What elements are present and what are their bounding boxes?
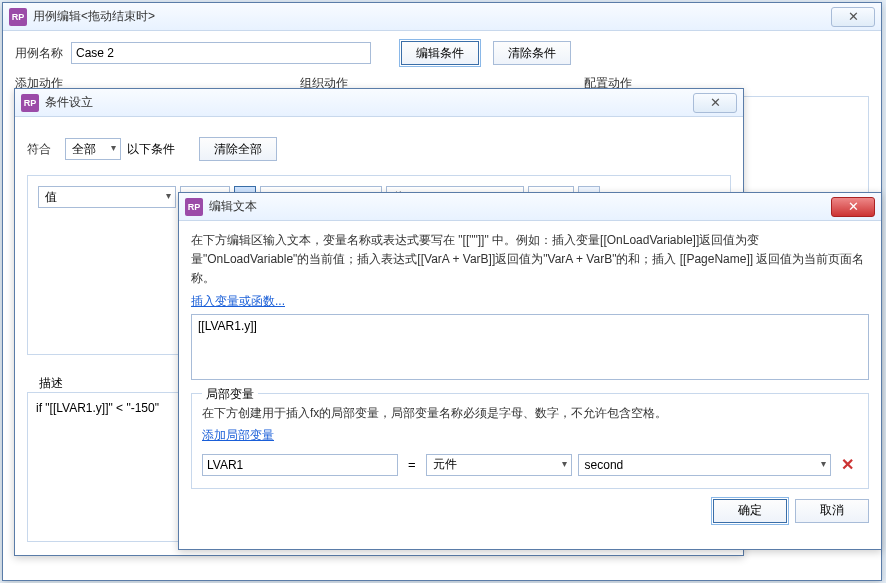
win3-title: 编辑文本 (209, 198, 831, 215)
cancel-button[interactable]: 取消 (795, 499, 869, 523)
match-select[interactable]: 全部 (65, 138, 121, 160)
insert-variable-link[interactable]: 插入变量或函数... (191, 294, 285, 308)
clear-condition-button[interactable]: 清除条件 (493, 41, 571, 65)
lvar-name-input[interactable] (202, 454, 398, 476)
rp-icon: RP (9, 8, 27, 26)
local-vars-help: 在下方创建用于插入fx的局部变量，局部变量名称必须是字母、数字，不允许包含空格。 (202, 404, 858, 423)
close-icon: ✕ (710, 96, 721, 109)
win2-close-button[interactable]: ✕ (693, 93, 737, 113)
edit-condition-button[interactable]: 编辑条件 (401, 41, 479, 65)
ok-button[interactable]: 确定 (713, 499, 787, 523)
remove-lvar-icon[interactable]: ✕ (837, 455, 858, 474)
rp-icon: RP (21, 94, 39, 112)
local-var-row: = 元件 second ✕ (202, 454, 858, 476)
win1-close-button[interactable]: ✕ (831, 7, 875, 27)
case-name-label: 用例名称 (15, 45, 63, 62)
win2-title: 条件设立 (45, 94, 693, 111)
win1-title: 用例编辑<拖动结束时> (33, 8, 831, 25)
match-label: 符合 (27, 141, 51, 158)
close-icon: ✕ (848, 200, 859, 213)
lvar-source-type-select[interactable]: 元件 (426, 454, 572, 476)
lvar-source-value-select[interactable]: second (578, 454, 831, 476)
add-local-var-link[interactable]: 添加局部变量 (202, 428, 274, 442)
win1-titlebar[interactable]: RP 用例编辑<拖动结束时> ✕ (3, 3, 881, 31)
description-text: if "[[LVAR1.y]]" < "-150" (36, 401, 159, 415)
left-type-select[interactable]: 值 (38, 186, 176, 208)
win3-close-button[interactable]: ✕ (831, 197, 875, 217)
case-name-input[interactable] (71, 42, 371, 64)
local-vars-legend: 局部变量 (202, 386, 258, 403)
clear-all-conditions-button[interactable]: 清除全部 (199, 137, 277, 161)
close-icon: ✕ (848, 10, 859, 23)
equals-label: = (404, 457, 420, 472)
description-label: 描述 (35, 375, 67, 392)
edit-text-window: RP 编辑文本 ✕ 在下方编辑区输入文本，变量名称或表达式要写在 "[[""]]… (178, 192, 882, 550)
win2-titlebar[interactable]: RP 条件设立 ✕ (15, 89, 743, 117)
help-text: 在下方编辑区输入文本，变量名称或表达式要写在 "[[""]]" 中。例如：插入变… (191, 231, 869, 289)
expression-textarea[interactable] (191, 314, 869, 380)
win3-titlebar[interactable]: RP 编辑文本 ✕ (179, 193, 881, 221)
rp-icon: RP (185, 198, 203, 216)
local-vars-fieldset: 局部变量 在下方创建用于插入fx的局部变量，局部变量名称必须是字母、数字，不允许… (191, 393, 869, 489)
match-suffix-label: 以下条件 (127, 141, 175, 158)
